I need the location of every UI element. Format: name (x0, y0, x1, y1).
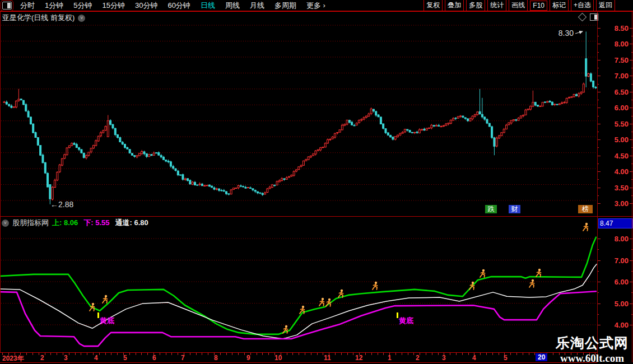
period-tab-多周期[interactable]: 多周期 (269, 1, 301, 11)
period-tab-60分钟[interactable]: 60分钟 (162, 1, 195, 11)
time-label-2: 2 (416, 354, 420, 362)
ind-tick-6.00: 6.00 (604, 278, 629, 286)
price-tick-7.00: 7.00 (604, 72, 629, 80)
tick (630, 260, 633, 261)
tick (630, 60, 633, 60)
time-tick (383, 353, 384, 355)
toolbar-button-F10[interactable]: F10 (530, 1, 547, 11)
time-tick (257, 353, 257, 355)
candlestick-series (3, 31, 597, 204)
price-tick-7.50: 7.50 (604, 56, 629, 64)
chart-title: 亚星化学(日线 前复权) (2, 13, 75, 23)
time-tick (317, 353, 318, 355)
toolbar-button-标记[interactable]: 标记 (550, 0, 569, 11)
ind-tick-5.00: 5.00 (604, 300, 629, 308)
time-tick (208, 353, 208, 355)
toolbar-button-+自选[interactable]: +自选 (571, 0, 594, 11)
time-tick (510, 353, 511, 355)
tick (630, 108, 633, 108)
time-tick (32, 353, 33, 355)
time-label-7: 7 (181, 354, 185, 362)
signal-tick (97, 312, 99, 318)
time-tick (69, 353, 69, 355)
time-tick (238, 353, 239, 355)
time-tick (141, 353, 142, 355)
time-tick (341, 353, 342, 355)
price-tick-4.50: 4.50 (604, 152, 629, 160)
time-tick (99, 353, 100, 355)
indicator-metric: 通道: 6.80 (115, 218, 148, 228)
time-label-4: 4 (94, 354, 98, 362)
time-highlight[interactable]: 20 (536, 353, 547, 361)
time-tick (480, 353, 481, 355)
tick (630, 92, 633, 92)
badge-榜[interactable]: 榜 (578, 205, 593, 213)
tick (630, 282, 633, 282)
time-tick (365, 353, 366, 355)
indicator-name: 股朋指标网 (12, 218, 49, 228)
toolbar-button-返回[interactable]: 返回 (596, 0, 615, 11)
period-tab-更多 ›[interactable]: 更多 › (301, 1, 331, 11)
period-tab-分时[interactable]: 分时 (15, 1, 40, 11)
signal-label: 黄底 (99, 316, 114, 325)
time-tick (268, 353, 269, 355)
time-tick (220, 353, 221, 355)
time-tick (402, 353, 402, 355)
runner-icon (536, 269, 541, 277)
time-tick (523, 353, 523, 355)
price-tick-6.50: 6.50 (604, 88, 629, 96)
indicator-axis: 4.005.006.007.008.00 (597, 217, 633, 352)
time-tick (287, 353, 287, 355)
time-label-11: 11 (324, 354, 331, 362)
time-tick (262, 353, 263, 355)
time-axis[interactable]: 2023年234567891011121234520 (0, 352, 597, 363)
period-tab-list: 分时1分钟5分钟15分钟30分钟60分钟日线周线月线多周期更多 › (15, 1, 331, 11)
period-tab-15分钟[interactable]: 15分钟 (97, 1, 129, 11)
period-tab-30分钟[interactable]: 30分钟 (130, 1, 162, 11)
low-annotation: ←2.88 (50, 200, 73, 209)
time-tick (353, 353, 353, 355)
main-price-chart[interactable]: 8.30←2.88 (0, 11, 597, 216)
badge-跌[interactable]: 跌 (485, 205, 497, 213)
time-tick (529, 353, 529, 355)
toolbar-button-画线[interactable]: 画线 (509, 0, 528, 11)
tick (630, 156, 633, 156)
time-tick (553, 353, 553, 355)
tick (630, 304, 633, 304)
runner-icon (583, 223, 588, 231)
period-tab-周线[interactable]: 周线 (220, 1, 245, 11)
time-label-5: 5 (123, 354, 127, 362)
price-tick-6.00: 6.00 (604, 104, 629, 112)
time-tick (136, 353, 136, 355)
price-tick-3.00: 3.00 (604, 199, 629, 208)
ind-tick-4.00: 4.00 (604, 321, 629, 329)
period-tab-日线[interactable]: 日线 (196, 1, 220, 11)
indicator-metrics: 上: 8.06下: 5.55通道: 6.80 (52, 218, 148, 228)
chevron-down-icon[interactable]: ˅ (78, 15, 85, 22)
watermark-url: www.60lt.com (556, 352, 629, 364)
time-tick (492, 353, 493, 355)
toolbar-button-统计[interactable]: 统计 (487, 0, 506, 11)
time-tick (39, 353, 39, 355)
period-tab-1分钟[interactable]: 1分钟 (40, 1, 68, 11)
period-tab-月线[interactable]: 月线 (245, 1, 269, 11)
toolbar-button-多股[interactable]: 多股 (466, 0, 485, 11)
toolbar-button-叠加[interactable]: 叠加 (445, 0, 464, 11)
diamond-icon[interactable] (578, 13, 587, 22)
time-tick (408, 353, 408, 355)
time-tick (456, 353, 457, 355)
indicator-chart[interactable]: 黄底黄底 (0, 217, 597, 352)
signal-tick (397, 312, 398, 318)
tick (630, 325, 633, 325)
time-tick (117, 353, 118, 355)
layout-icon[interactable] (2, 2, 12, 10)
time-tick (81, 353, 81, 355)
ind-tick-7.00: 7.00 (604, 256, 629, 265)
time-tick (105, 353, 106, 355)
period-tabs: 分时1分钟5分钟15分钟30分钟60分钟日线周线月线多周期更多 › (0, 0, 331, 11)
chevron-down-icon[interactable]: ˅ (2, 220, 9, 227)
high-annotation: 8.30 (558, 29, 574, 38)
badge-财[interactable]: 财 (509, 205, 520, 213)
toolbar-button-复权[interactable]: 复权 (423, 0, 443, 11)
period-tab-5分钟[interactable]: 5分钟 (68, 1, 97, 11)
